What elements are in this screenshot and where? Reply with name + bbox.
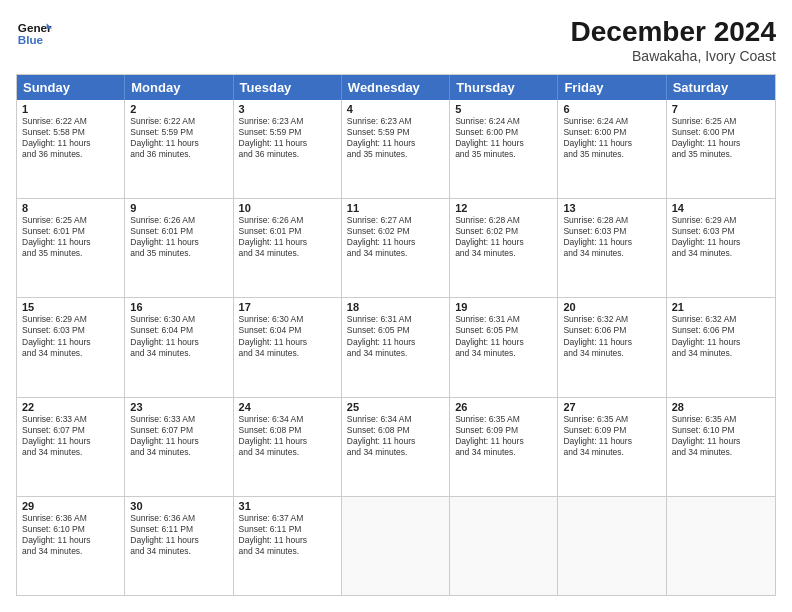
day-10: 10 Sunrise: 6:26 AMSunset: 6:01 PMDaylig…	[234, 199, 342, 297]
header: General Blue December 2024 Bawakaha, Ivo…	[16, 16, 776, 64]
day-20: 20 Sunrise: 6:32 AMSunset: 6:06 PMDaylig…	[558, 298, 666, 396]
day-23: 23 Sunrise: 6:33 AMSunset: 6:07 PMDaylig…	[125, 398, 233, 496]
day-28: 28 Sunrise: 6:35 AMSunset: 6:10 PMDaylig…	[667, 398, 775, 496]
main-title: December 2024	[571, 16, 776, 48]
day-4: 4 Sunrise: 6:23 AMSunset: 5:59 PMDayligh…	[342, 100, 450, 198]
empty-4	[667, 497, 775, 595]
day-19: 19 Sunrise: 6:31 AMSunset: 6:05 PMDaylig…	[450, 298, 558, 396]
header-tuesday: Tuesday	[234, 75, 342, 100]
day-29: 29 Sunrise: 6:36 AMSunset: 6:10 PMDaylig…	[17, 497, 125, 595]
day-7: 7 Sunrise: 6:25 AMSunset: 6:00 PMDayligh…	[667, 100, 775, 198]
header-friday: Friday	[558, 75, 666, 100]
day-17: 17 Sunrise: 6:30 AMSunset: 6:04 PMDaylig…	[234, 298, 342, 396]
day-13: 13 Sunrise: 6:28 AMSunset: 6:03 PMDaylig…	[558, 199, 666, 297]
day-9: 9 Sunrise: 6:26 AMSunset: 6:01 PMDayligh…	[125, 199, 233, 297]
day-22: 22 Sunrise: 6:33 AMSunset: 6:07 PMDaylig…	[17, 398, 125, 496]
day-5: 5 Sunrise: 6:24 AMSunset: 6:00 PMDayligh…	[450, 100, 558, 198]
day-12: 12 Sunrise: 6:28 AMSunset: 6:02 PMDaylig…	[450, 199, 558, 297]
header-saturday: Saturday	[667, 75, 775, 100]
logo-icon: General Blue	[16, 16, 52, 52]
empty-1	[342, 497, 450, 595]
week-row-2: 8 Sunrise: 6:25 AMSunset: 6:01 PMDayligh…	[17, 198, 775, 297]
week-row-4: 22 Sunrise: 6:33 AMSunset: 6:07 PMDaylig…	[17, 397, 775, 496]
header-thursday: Thursday	[450, 75, 558, 100]
calendar-body: 1 Sunrise: 6:22 AMSunset: 5:58 PMDayligh…	[17, 100, 775, 595]
day-31: 31 Sunrise: 6:37 AMSunset: 6:11 PMDaylig…	[234, 497, 342, 595]
day-11: 11 Sunrise: 6:27 AMSunset: 6:02 PMDaylig…	[342, 199, 450, 297]
subtitle: Bawakaha, Ivory Coast	[571, 48, 776, 64]
day-3: 3 Sunrise: 6:23 AMSunset: 5:59 PMDayligh…	[234, 100, 342, 198]
title-block: December 2024 Bawakaha, Ivory Coast	[571, 16, 776, 64]
day-27: 27 Sunrise: 6:35 AMSunset: 6:09 PMDaylig…	[558, 398, 666, 496]
header-wednesday: Wednesday	[342, 75, 450, 100]
day-8: 8 Sunrise: 6:25 AMSunset: 6:01 PMDayligh…	[17, 199, 125, 297]
day-1: 1 Sunrise: 6:22 AMSunset: 5:58 PMDayligh…	[17, 100, 125, 198]
header-sunday: Sunday	[17, 75, 125, 100]
day-21: 21 Sunrise: 6:32 AMSunset: 6:06 PMDaylig…	[667, 298, 775, 396]
week-row-5: 29 Sunrise: 6:36 AMSunset: 6:10 PMDaylig…	[17, 496, 775, 595]
empty-3	[558, 497, 666, 595]
day-18: 18 Sunrise: 6:31 AMSunset: 6:05 PMDaylig…	[342, 298, 450, 396]
week-row-1: 1 Sunrise: 6:22 AMSunset: 5:58 PMDayligh…	[17, 100, 775, 198]
logo: General Blue	[16, 16, 52, 52]
svg-text:Blue: Blue	[18, 33, 44, 46]
day-2: 2 Sunrise: 6:22 AMSunset: 5:59 PMDayligh…	[125, 100, 233, 198]
day-16: 16 Sunrise: 6:30 AMSunset: 6:04 PMDaylig…	[125, 298, 233, 396]
day-25: 25 Sunrise: 6:34 AMSunset: 6:08 PMDaylig…	[342, 398, 450, 496]
day-24: 24 Sunrise: 6:34 AMSunset: 6:08 PMDaylig…	[234, 398, 342, 496]
empty-2	[450, 497, 558, 595]
day-26: 26 Sunrise: 6:35 AMSunset: 6:09 PMDaylig…	[450, 398, 558, 496]
day-6: 6 Sunrise: 6:24 AMSunset: 6:00 PMDayligh…	[558, 100, 666, 198]
day-14: 14 Sunrise: 6:29 AMSunset: 6:03 PMDaylig…	[667, 199, 775, 297]
calendar-header: Sunday Monday Tuesday Wednesday Thursday…	[17, 75, 775, 100]
day-30: 30 Sunrise: 6:36 AMSunset: 6:11 PMDaylig…	[125, 497, 233, 595]
week-row-3: 15 Sunrise: 6:29 AMSunset: 6:03 PMDaylig…	[17, 297, 775, 396]
calendar: Sunday Monday Tuesday Wednesday Thursday…	[16, 74, 776, 596]
day-15: 15 Sunrise: 6:29 AMSunset: 6:03 PMDaylig…	[17, 298, 125, 396]
calendar-page: General Blue December 2024 Bawakaha, Ivo…	[0, 0, 792, 612]
header-monday: Monday	[125, 75, 233, 100]
